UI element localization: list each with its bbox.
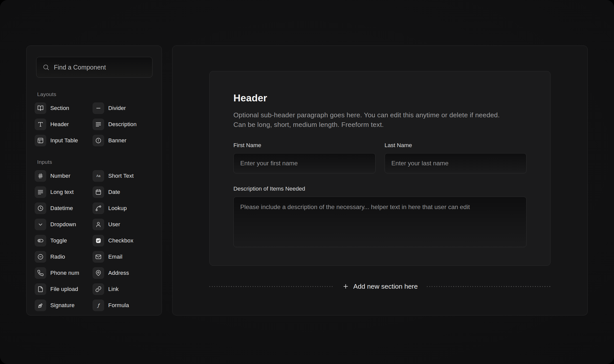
component-icon-tile xyxy=(93,235,104,246)
component-item-user[interactable]: User xyxy=(93,219,152,230)
type-icon xyxy=(37,121,44,128)
component-item-date[interactable]: Date xyxy=(93,186,152,198)
component-icon-tile xyxy=(35,300,46,311)
svg-text:Aa: Aa xyxy=(96,174,101,178)
component-item-label: Date xyxy=(108,189,120,195)
search-icon xyxy=(42,64,50,71)
link-icon xyxy=(95,286,102,292)
component-item-label: Checkbox xyxy=(108,237,133,244)
component-icon-tile: Aa xyxy=(93,170,104,182)
calendar-icon xyxy=(95,189,102,195)
hash-icon xyxy=(37,173,44,179)
section-subtitle-line: Can be long, short, medium length. Freef… xyxy=(233,120,527,129)
group-label: Inputs xyxy=(37,159,152,165)
component-item-label: Dropdown xyxy=(50,221,76,228)
component-item-section[interactable]: Section xyxy=(35,102,93,114)
component-icon-tile xyxy=(35,102,46,114)
add-section-button[interactable]: Add new section here xyxy=(342,283,418,290)
form-canvas-panel: Header Optional sub-header paragraph goe… xyxy=(172,46,588,315)
alert-circle-icon xyxy=(95,137,102,144)
component-item-label: Link xyxy=(108,286,119,292)
component-item-header[interactable]: Header xyxy=(35,119,93,130)
component-item-file-upload[interactable]: File upload xyxy=(35,283,93,295)
component-icon-tile xyxy=(35,251,46,263)
last-name-field: Last Name xyxy=(385,142,527,173)
component-icon-tile xyxy=(35,267,46,279)
component-item-formula[interactable]: ƒFormula xyxy=(93,300,152,311)
component-items-grid: NumberAaShort TextLong textDateDatetimeL… xyxy=(35,170,152,311)
component-item-label: File upload xyxy=(50,286,78,292)
clock-icon xyxy=(37,205,44,212)
component-icon-tile xyxy=(93,219,104,230)
file-icon xyxy=(37,286,44,292)
first-name-input[interactable] xyxy=(233,153,376,173)
component-item-label: Lookup xyxy=(108,205,127,212)
search-input[interactable] xyxy=(54,64,146,71)
component-icon-tile xyxy=(93,186,104,198)
component-icon-tile xyxy=(35,219,46,230)
phone-icon xyxy=(37,270,44,276)
component-item-link[interactable]: Link xyxy=(93,283,152,295)
component-group-inputs: InputsNumberAaShort TextLong textDateDat… xyxy=(35,159,152,311)
component-search[interactable] xyxy=(36,57,152,78)
component-item-description[interactable]: Description xyxy=(93,119,152,130)
component-item-label: Long text xyxy=(50,189,74,195)
component-group-layouts: LayoutsSectionDividerHeaderDescriptionIn… xyxy=(35,91,152,146)
component-icon-tile xyxy=(93,102,104,114)
component-item-label: Section xyxy=(50,105,69,111)
component-item-input-table[interactable]: Input Table xyxy=(35,135,93,146)
table-layout-icon xyxy=(37,137,44,144)
component-item-number[interactable]: Number xyxy=(35,170,93,182)
add-section-row: Add new section here xyxy=(209,282,551,291)
description-field: Description of Items Needed xyxy=(233,186,527,248)
toggle-icon xyxy=(37,237,44,244)
component-item-phone-num[interactable]: Phone num xyxy=(35,267,93,279)
add-section-label: Add new section here xyxy=(353,283,418,290)
component-item-label: Toggle xyxy=(50,237,67,244)
last-name-label: Last Name xyxy=(385,142,527,149)
component-item-radio[interactable]: Radio xyxy=(35,251,93,263)
checkbox-checked-icon xyxy=(95,237,102,244)
mail-icon xyxy=(95,254,102,260)
component-item-short-text[interactable]: AaShort Text xyxy=(93,170,152,182)
component-item-banner[interactable]: Banner xyxy=(93,135,152,146)
component-item-label: Radio xyxy=(50,254,65,260)
component-item-label: Short Text xyxy=(108,173,134,179)
component-icon-tile xyxy=(93,202,104,214)
component-item-divider[interactable]: Divider xyxy=(93,102,152,114)
component-item-email[interactable]: Email xyxy=(93,251,152,263)
text-lines-icon xyxy=(95,121,102,128)
component-item-address[interactable]: Address xyxy=(93,267,152,279)
component-icon-tile xyxy=(35,135,46,146)
component-icon-tile xyxy=(93,283,104,295)
header-section-card: Header Optional sub-header paragraph goe… xyxy=(209,71,551,266)
component-icon-tile xyxy=(35,119,46,130)
component-icon-tile xyxy=(35,186,46,198)
description-textarea[interactable] xyxy=(233,197,527,247)
section-subtitle: Optional sub-header paragraph goes here.… xyxy=(233,110,527,129)
component-item-dropdown[interactable]: Dropdown xyxy=(35,219,93,230)
component-icon-tile xyxy=(35,202,46,214)
description-label: Description of Items Needed xyxy=(233,186,527,192)
component-palette-panel: LayoutsSectionDividerHeaderDescriptionIn… xyxy=(26,46,162,315)
component-item-label: Address xyxy=(108,270,129,276)
component-item-datetime[interactable]: Datetime xyxy=(35,202,93,214)
component-icon-tile xyxy=(35,170,46,182)
component-item-long-text[interactable]: Long text xyxy=(35,186,93,198)
first-name-label: First Name xyxy=(233,142,376,149)
dotted-divider-left xyxy=(209,286,333,287)
component-item-lookup[interactable]: Lookup xyxy=(93,202,152,214)
last-name-input[interactable] xyxy=(385,153,527,173)
first-name-field: First Name xyxy=(233,142,376,173)
svg-text:ƒ: ƒ xyxy=(97,303,100,308)
plus-icon xyxy=(342,283,349,290)
component-item-label: Divider xyxy=(108,105,126,111)
component-item-label: Formula xyxy=(108,302,129,309)
spline-icon xyxy=(95,205,102,212)
component-item-signature[interactable]: Signature xyxy=(35,300,93,311)
component-item-label: Signature xyxy=(50,302,75,309)
component-item-label: Number xyxy=(50,173,70,179)
component-item-checkbox[interactable]: Checkbox xyxy=(93,235,152,246)
component-item-toggle[interactable]: Toggle xyxy=(35,235,93,246)
minus-icon xyxy=(95,105,102,111)
